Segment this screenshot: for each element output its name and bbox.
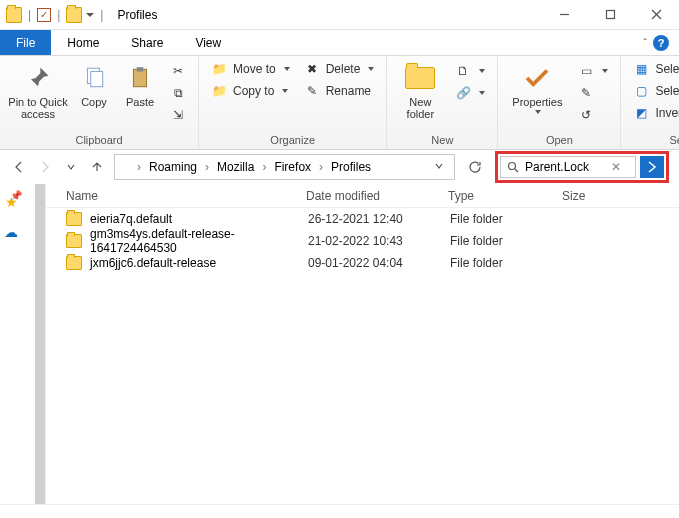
select-all-icon: ▦ (633, 61, 649, 77)
paste-button[interactable]: Paste (120, 60, 160, 108)
maximize-button[interactable] (587, 0, 633, 30)
pin-to-quick-access-button[interactable]: Pin to Quick access (8, 60, 68, 120)
svg-rect-7 (137, 67, 144, 71)
easy-access-button[interactable]: 🔗 (451, 84, 489, 102)
collapse-ribbon-icon[interactable]: ˆ (643, 37, 647, 49)
paste-shortcut-button[interactable]: ⇲ (166, 106, 190, 124)
edit-icon: ✎ (578, 85, 594, 101)
onedrive-icon[interactable]: ☁ (4, 224, 18, 240)
cut-button[interactable]: ✂ (166, 62, 190, 80)
shortcut-icon: ⇲ (170, 107, 186, 123)
file-type: File folder (450, 212, 564, 226)
file-date: 09-01-2022 04:04 (308, 256, 450, 270)
address-dropdown-icon[interactable] (428, 160, 450, 174)
svg-point-8 (509, 163, 516, 170)
folder-icon (66, 256, 82, 270)
copy-to-button[interactable]: 📁Copy to (207, 82, 294, 100)
table-row[interactable]: gm3ms4ys.default-release-1641724464530 2… (46, 230, 679, 252)
separator: | (100, 8, 103, 22)
rename-button[interactable]: ✎Rename (300, 82, 379, 100)
separator: | (57, 8, 60, 22)
breadcrumb-item[interactable]: Mozilla (213, 160, 258, 174)
refresh-button[interactable] (463, 155, 487, 179)
history-button[interactable]: ↺ (574, 106, 612, 124)
search-icon (507, 161, 519, 173)
navigation-bar: › Roaming › Mozilla › Firefox › Profiles… (0, 150, 679, 184)
qat-check-icon[interactable]: ✓ (37, 8, 51, 22)
help-icon[interactable]: ? (653, 35, 669, 51)
group-open: Properties ▭ ✎ ↺ Open (498, 56, 621, 149)
tab-home[interactable]: Home (51, 30, 115, 55)
window-title: Profiles (117, 8, 157, 22)
new-item-button[interactable]: 🗋 (451, 62, 489, 80)
navpane-scrollbar[interactable] (35, 184, 45, 504)
breadcrumb-item[interactable]: Firefox (270, 160, 315, 174)
qat-dropdown-icon[interactable] (86, 13, 94, 17)
column-headers[interactable]: Name Date modified Type Size (46, 184, 679, 208)
open-icon: ▭ (578, 63, 594, 79)
group-organize: 📁Move to 📁Copy to ✖Delete ✎Rename Organi… (199, 56, 387, 149)
open-button[interactable]: ▭ (574, 62, 612, 80)
chevron-right-icon[interactable]: › (260, 160, 268, 174)
column-date[interactable]: Date modified (306, 189, 448, 203)
tab-file[interactable]: File (0, 30, 51, 55)
properties-icon (521, 62, 553, 94)
address-bar[interactable]: › Roaming › Mozilla › Firefox › Profiles (114, 154, 455, 180)
svg-rect-5 (91, 72, 103, 87)
select-all-button[interactable]: ▦Select all (629, 60, 679, 78)
delete-icon: ✖ (304, 61, 320, 77)
table-row[interactable]: jxm6jjc6.default-release 09-01-2022 04:0… (46, 252, 679, 274)
navigation-pane[interactable]: ★📌 ☁ (0, 184, 46, 504)
rename-icon: ✎ (304, 83, 320, 99)
copy-button[interactable]: Copy (74, 60, 114, 108)
recent-dropdown[interactable] (62, 158, 80, 176)
group-label-open: Open (506, 132, 612, 147)
new-item-icon: 🗋 (455, 63, 471, 79)
file-name: eieria7q.default (90, 212, 308, 226)
quick-access-icon[interactable]: ★📌 (5, 194, 18, 210)
clear-search-icon[interactable]: ✕ (611, 160, 621, 174)
invert-selection-button[interactable]: ◩Invert selection (629, 104, 679, 122)
folder-icon (66, 7, 82, 23)
minimize-button[interactable] (541, 0, 587, 30)
file-date: 21-02-2022 10:43 (308, 234, 450, 248)
pin-icon (22, 62, 54, 94)
folder-icon (6, 7, 22, 23)
history-icon: ↺ (578, 107, 594, 123)
forward-button[interactable] (36, 158, 54, 176)
search-go-button[interactable] (640, 156, 664, 178)
new-folder-button[interactable]: New folder (395, 60, 445, 120)
column-size[interactable]: Size (562, 189, 632, 203)
ribbon-tabs: File Home Share View ˆ ? (0, 30, 679, 56)
search-input[interactable] (525, 160, 605, 174)
delete-button[interactable]: ✖Delete (300, 60, 379, 78)
close-button[interactable] (633, 0, 679, 30)
breadcrumb-item[interactable]: Roaming (145, 160, 201, 174)
column-type[interactable]: Type (448, 189, 562, 203)
search-box[interactable]: ✕ (500, 156, 636, 178)
search-highlight: ✕ (495, 151, 669, 183)
select-none-button[interactable]: ▢Select none (629, 82, 679, 100)
group-label-select: Select (629, 132, 679, 147)
chevron-right-icon[interactable]: › (135, 160, 143, 174)
status-bar (0, 504, 679, 518)
folder-icon (66, 234, 82, 248)
column-name[interactable]: Name (46, 189, 306, 203)
back-button[interactable] (10, 158, 28, 176)
file-name: gm3ms4ys.default-release-1641724464530 (90, 227, 308, 255)
tab-view[interactable]: View (179, 30, 237, 55)
path-icon: ⧉ (170, 85, 186, 101)
move-to-button[interactable]: 📁Move to (207, 60, 294, 78)
file-name: jxm6jjc6.default-release (90, 256, 308, 270)
breadcrumb-item[interactable]: Profiles (327, 160, 375, 174)
properties-button[interactable]: Properties (506, 60, 568, 114)
svg-line-9 (515, 169, 518, 172)
edit-button[interactable]: ✎ (574, 84, 612, 102)
folder-icon (119, 161, 133, 173)
tab-share[interactable]: Share (115, 30, 179, 55)
copy-path-button[interactable]: ⧉ (166, 84, 190, 102)
svg-rect-1 (606, 11, 614, 19)
up-button[interactable] (88, 158, 106, 176)
chevron-right-icon[interactable]: › (317, 160, 325, 174)
chevron-right-icon[interactable]: › (203, 160, 211, 174)
